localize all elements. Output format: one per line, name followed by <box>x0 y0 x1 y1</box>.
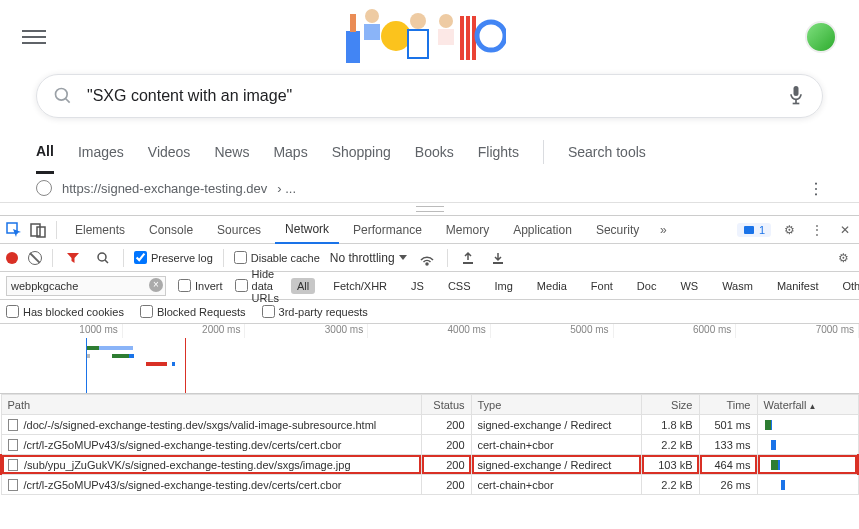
svg-rect-19 <box>31 224 40 236</box>
request-type: signed-exchange / Redirect <box>471 455 641 475</box>
tab-flights[interactable]: Flights <box>478 132 519 172</box>
tab-all[interactable]: All <box>36 131 54 174</box>
search-tools[interactable]: Search tools <box>568 132 646 172</box>
col-path[interactable]: Path <box>1 395 421 415</box>
clear-filter-icon[interactable]: × <box>149 278 163 292</box>
col-time[interactable]: Time <box>699 395 757 415</box>
panel-application[interactable]: Application <box>503 217 582 243</box>
search-icon <box>53 86 73 106</box>
svg-rect-0 <box>346 31 360 63</box>
network-request-table: Path Status Type Size Time Waterfall▲ /d… <box>0 394 859 495</box>
panel-network[interactable]: Network <box>275 216 339 244</box>
search-network-icon[interactable] <box>93 248 113 268</box>
network-timeline-overview[interactable]: 1000 ms 2000 ms 3000 ms 4000 ms 5000 ms … <box>0 324 859 394</box>
avatar[interactable] <box>805 21 837 53</box>
blocked-cookies-checkbox[interactable]: Has blocked cookies <box>6 305 124 318</box>
mic-icon[interactable] <box>786 83 806 109</box>
svg-point-24 <box>426 263 428 265</box>
table-row[interactable]: /crt/l-zG5oMUPv43/s/signed-exchange-test… <box>1 435 858 455</box>
inspect-icon[interactable] <box>4 220 24 240</box>
svg-rect-26 <box>493 262 503 264</box>
filter-type-media[interactable]: Media <box>531 278 573 294</box>
settings-icon[interactable]: ⚙ <box>779 220 799 240</box>
result-crumb: › ... <box>277 181 296 196</box>
invert-checkbox[interactable]: Invert <box>178 279 223 292</box>
record-button[interactable] <box>6 252 18 264</box>
google-doodle-logo[interactable] <box>346 6 506 68</box>
col-waterfall[interactable]: Waterfall▲ <box>757 395 858 415</box>
request-size: 2.2 kB <box>641 475 699 495</box>
table-row[interactable]: /crt/l-zG5oMUPv43/s/signed-exchange-test… <box>1 475 858 495</box>
filter-type-doc[interactable]: Doc <box>631 278 663 294</box>
more-panels-icon[interactable]: » <box>653 220 673 240</box>
col-size[interactable]: Size <box>641 395 699 415</box>
request-time: 501 ms <box>699 415 757 435</box>
panel-security[interactable]: Security <box>586 217 649 243</box>
tab-news[interactable]: News <box>214 132 249 172</box>
network-filter-input[interactable] <box>6 276 166 296</box>
svg-line-14 <box>66 99 70 103</box>
third-party-checkbox[interactable]: 3rd-party requests <box>262 305 368 318</box>
device-toggle-icon[interactable] <box>28 220 48 240</box>
result-url[interactable]: https://signed-exchange-testing.dev <box>62 181 267 196</box>
tab-shopping[interactable]: Shopping <box>332 132 391 172</box>
file-icon <box>8 439 18 451</box>
panel-elements[interactable]: Elements <box>65 217 135 243</box>
filter-type-manifest[interactable]: Manifest <box>771 278 825 294</box>
svg-rect-10 <box>466 16 470 60</box>
network-conditions-icon[interactable] <box>417 248 437 268</box>
svg-point-22 <box>98 253 106 261</box>
tab-images[interactable]: Images <box>78 132 124 172</box>
tab-maps[interactable]: Maps <box>273 132 307 172</box>
filter-type-ws[interactable]: WS <box>674 278 704 294</box>
network-settings-icon[interactable]: ⚙ <box>833 248 853 268</box>
svg-rect-1 <box>350 14 356 32</box>
col-status[interactable]: Status <box>421 395 471 415</box>
panel-console[interactable]: Console <box>139 217 203 243</box>
filter-icon[interactable] <box>63 248 83 268</box>
request-type: cert-chain+cbor <box>471 435 641 455</box>
request-path: /crt/l-zG5oMUPv43/s/signed-exchange-test… <box>24 479 342 491</box>
filter-type-all[interactable]: All <box>291 278 315 294</box>
search-input[interactable] <box>87 87 772 105</box>
filter-type-font[interactable]: Font <box>585 278 619 294</box>
tab-books[interactable]: Books <box>415 132 454 172</box>
filter-type-css[interactable]: CSS <box>442 278 477 294</box>
request-type: signed-exchange / Redirect <box>471 415 641 435</box>
drawer-drag-handle[interactable] <box>0 203 859 215</box>
request-time: 26 ms <box>699 475 757 495</box>
table-row[interactable]: /doc/-/s/signed-exchange-testing.dev/sxg… <box>1 415 858 435</box>
svg-rect-3 <box>364 24 380 40</box>
waterfall-cell <box>764 418 852 431</box>
table-row[interactable]: /sub/ypu_jZuGukVK/s/signed-exchange-test… <box>1 455 858 475</box>
svg-point-2 <box>365 9 379 23</box>
request-size: 1.8 kB <box>641 415 699 435</box>
panel-memory[interactable]: Memory <box>436 217 499 243</box>
issues-badge[interactable]: 1 <box>737 223 771 237</box>
hide-data-urls-checkbox[interactable]: Hide data URLs <box>235 268 280 304</box>
menu-icon[interactable] <box>22 25 46 49</box>
svg-point-7 <box>439 14 453 28</box>
clear-button[interactable] <box>28 251 42 265</box>
kebab-icon[interactable]: ⋮ <box>807 220 827 240</box>
table-header-row: Path Status Type Size Time Waterfall▲ <box>1 395 858 415</box>
tab-videos[interactable]: Videos <box>148 132 191 172</box>
filter-type-img[interactable]: Img <box>489 278 519 294</box>
filter-type-wasm[interactable]: Wasm <box>716 278 759 294</box>
preserve-log-checkbox[interactable]: Preserve log <box>134 251 213 264</box>
panel-sources[interactable]: Sources <box>207 217 271 243</box>
col-type[interactable]: Type <box>471 395 641 415</box>
request-size: 103 kB <box>641 455 699 475</box>
filter-type-other[interactable]: Other <box>836 278 859 294</box>
network-filter-row: × Invert Hide data URLs All Fetch/XHR JS… <box>0 272 859 300</box>
waterfall-cell <box>764 478 852 491</box>
throttling-dropdown[interactable]: No throttling <box>330 251 407 265</box>
blocked-requests-checkbox[interactable]: Blocked Requests <box>140 305 246 318</box>
upload-har-icon[interactable] <box>458 248 478 268</box>
close-icon[interactable]: ✕ <box>835 220 855 240</box>
filter-type-js[interactable]: JS <box>405 278 430 294</box>
download-har-icon[interactable] <box>488 248 508 268</box>
filter-type-fetch[interactable]: Fetch/XHR <box>327 278 393 294</box>
disable-cache-checkbox[interactable]: Disable cache <box>234 251 320 264</box>
panel-performance[interactable]: Performance <box>343 217 432 243</box>
